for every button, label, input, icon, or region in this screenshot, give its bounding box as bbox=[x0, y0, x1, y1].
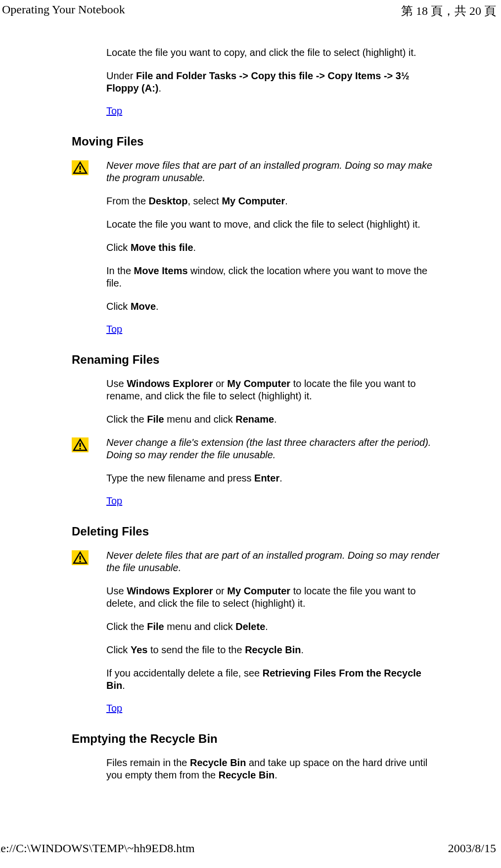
svg-rect-3 bbox=[80, 171, 81, 172]
text: . bbox=[301, 644, 304, 655]
bold-text: Windows Explorer bbox=[127, 585, 213, 596]
text: Click the bbox=[106, 621, 147, 632]
section-heading-renaming: Renaming Files bbox=[72, 353, 442, 367]
paragraph: Click Move this file. bbox=[106, 241, 442, 254]
svg-rect-6 bbox=[80, 443, 81, 447]
page-content: Locate the file you want to copy, and cl… bbox=[0, 22, 501, 807]
section-heading-deleting: Deleting Files bbox=[72, 525, 442, 538]
top-link[interactable]: Top bbox=[106, 495, 122, 507]
text: Use bbox=[106, 585, 127, 596]
paragraph: Locate the file you want to copy, and cl… bbox=[106, 47, 442, 59]
footer-date: 2003/8/15 bbox=[448, 842, 496, 855]
text: Files remain in the bbox=[106, 757, 190, 768]
paragraph: In the Move Items window, click the loca… bbox=[106, 265, 442, 289]
paragraph: Use Windows Explorer or My Computer to l… bbox=[106, 378, 442, 402]
bold-text: My Computer bbox=[222, 195, 285, 206]
paragraph: Click Move. bbox=[106, 300, 442, 313]
bold-text: Desktop bbox=[149, 195, 188, 206]
bold-text: Recycle Bin bbox=[245, 644, 301, 655]
svg-rect-2 bbox=[80, 166, 81, 170]
text: In the bbox=[106, 265, 134, 276]
bold-text: My Computer bbox=[227, 378, 290, 389]
text: . bbox=[193, 242, 196, 253]
paragraph: Click Yes to send the file to the Recycl… bbox=[106, 644, 442, 656]
text: Click bbox=[106, 242, 131, 253]
bold-text: Yes bbox=[131, 644, 147, 655]
paragraph: Under File and Folder Tasks -> Copy this… bbox=[106, 70, 442, 95]
warning-row: Never change a file's extension (the las… bbox=[72, 436, 442, 461]
doc-title: Operating Your Notebook bbox=[2, 3, 125, 19]
bold-text: Move Items bbox=[134, 265, 188, 276]
text: . bbox=[285, 195, 288, 206]
warning-row: Never delete files that are part of an i… bbox=[72, 549, 442, 574]
paragraph: Locate the file you want to move, and cl… bbox=[106, 218, 442, 231]
paragraph: From the Desktop, select My Computer. bbox=[106, 195, 442, 207]
bold-text: File bbox=[147, 621, 164, 632]
paragraph: Files remain in the Recycle Bin and take… bbox=[106, 757, 442, 781]
text: or bbox=[213, 585, 227, 596]
bold-text: Enter bbox=[254, 473, 279, 483]
text: or bbox=[213, 378, 227, 389]
warning-text: Never move files that are part of an ins… bbox=[106, 159, 442, 184]
text: Click bbox=[106, 301, 131, 312]
text: Click bbox=[106, 644, 131, 655]
bold-text: Move bbox=[131, 301, 156, 312]
page-info: 第 18 頁，共 20 頁 bbox=[401, 3, 496, 19]
warning-icon bbox=[72, 437, 89, 452]
text: . bbox=[265, 621, 268, 632]
text: Click the bbox=[106, 414, 147, 425]
text: From the bbox=[106, 195, 149, 206]
text: Use bbox=[106, 378, 127, 389]
bold-text: Rename bbox=[235, 414, 274, 425]
text: to send the file to the bbox=[147, 644, 245, 655]
page-header: Operating Your Notebook 第 18 頁，共 20 頁 bbox=[0, 0, 501, 22]
text: . bbox=[156, 301, 159, 312]
paragraph: Click the File menu and click Rename. bbox=[106, 413, 442, 426]
bold-text: File bbox=[147, 414, 164, 425]
bold-text: Recycle Bin bbox=[219, 770, 274, 780]
bold-text: Windows Explorer bbox=[127, 378, 213, 389]
bold-text: File and Folder Tasks -> Copy this file … bbox=[106, 70, 410, 94]
text: Type the new filename and press bbox=[106, 473, 254, 483]
section-heading-moving: Moving Files bbox=[72, 135, 442, 148]
text: . bbox=[274, 414, 277, 425]
text: menu and click bbox=[164, 414, 236, 425]
svg-rect-10 bbox=[80, 556, 81, 560]
paragraph: If you accidentally delete a file, see R… bbox=[106, 667, 442, 692]
paragraph: Type the new filename and press Enter. bbox=[106, 472, 442, 484]
svg-rect-11 bbox=[80, 561, 81, 562]
page-footer: file://C:\WINDOWS\TEMP\~hh9ED8.htm 2003/… bbox=[0, 842, 501, 855]
top-link[interactable]: Top bbox=[106, 105, 122, 117]
warning-text: Never change a file's extension (the las… bbox=[106, 436, 442, 461]
warning-icon bbox=[72, 550, 89, 565]
top-link[interactable]: Top bbox=[106, 703, 122, 714]
bold-text: Recycle Bin bbox=[190, 757, 246, 768]
text: . bbox=[122, 680, 125, 691]
warning-text: Never delete files that are part of an i… bbox=[106, 549, 442, 574]
text: Under bbox=[106, 70, 136, 81]
paragraph: Use Windows Explorer or My Computer to l… bbox=[106, 585, 442, 610]
top-link[interactable]: Top bbox=[106, 324, 122, 335]
text: . bbox=[159, 83, 162, 94]
section-heading-emptying: Emptying the Recycle Bin bbox=[72, 732, 442, 746]
svg-rect-7 bbox=[80, 448, 81, 449]
text: , select bbox=[187, 195, 222, 206]
text: . bbox=[279, 473, 282, 483]
text: menu and click bbox=[164, 621, 236, 632]
warning-row: Never move files that are part of an ins… bbox=[72, 159, 442, 184]
text: . bbox=[274, 770, 277, 780]
bold-text: My Computer bbox=[227, 585, 290, 596]
bold-text: Move this file bbox=[131, 242, 193, 253]
warning-icon bbox=[72, 160, 89, 175]
footer-path: file://C:\WINDOWS\TEMP\~hh9ED8.htm bbox=[0, 842, 195, 855]
paragraph: Click the File menu and click Delete. bbox=[106, 621, 442, 633]
bold-text: Delete bbox=[235, 621, 265, 632]
text: If you accidentally delete a file, see bbox=[106, 668, 263, 678]
